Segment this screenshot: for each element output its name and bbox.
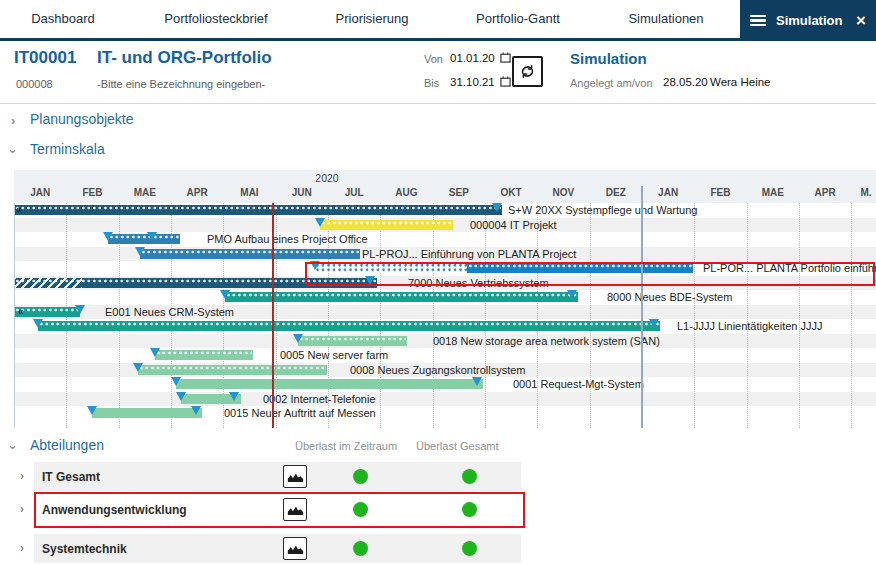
- bis-date-field[interactable]: 31.10.21: [450, 76, 495, 88]
- status-dot-zeitraum: [353, 541, 368, 556]
- continues-before-icon: «: [18, 307, 23, 317]
- status-dot-gesamt: [462, 541, 477, 556]
- gantt-bar-pl-por-planta-portfolio-einf-hren[interactable]: [315, 263, 467, 273]
- utilization-chart-button[interactable]: [283, 537, 307, 560]
- dept-row-anwendungsentwicklung[interactable]: Anwendungsentwicklung: [34, 495, 521, 524]
- continues-before-icon: «: [16, 205, 21, 215]
- gantt-plot-area: «S+W 20XX Systempflege und Wartung000004…: [14, 203, 876, 428]
- milestone-triangle-icon[interactable]: [176, 392, 186, 401]
- milestone-triangle-icon[interactable]: [133, 363, 143, 372]
- gantt-bar-pmo-aufbau-eines-project-office[interactable]: [108, 234, 180, 244]
- tab-simulation-active[interactable]: Simulation ×: [740, 0, 876, 41]
- gantt-bar-label: 000004 IT Projekt: [470, 219, 557, 231]
- year-label: 2020: [315, 172, 338, 184]
- month-gridline: [380, 203, 381, 428]
- section-terminskala[interactable]: › Terminskala: [0, 141, 400, 163]
- column-header-ueberlast-zeitraum: Überlast im Zeitraum: [295, 440, 397, 452]
- month-label-6: JUL: [345, 187, 364, 198]
- today-line: [272, 203, 274, 428]
- milestone-triangle-icon[interactable]: [150, 348, 160, 357]
- gantt-bar-0015-neuer-auftritt-auf-messen[interactable]: [92, 408, 202, 418]
- milestone-triangle-icon[interactable]: [293, 334, 303, 343]
- gantt-bar-label: PL-PROJ... Einführung von PLANTA Project: [362, 248, 576, 260]
- milestone-triangle-icon[interactable]: [75, 305, 85, 314]
- bis-label: Bis: [424, 77, 439, 89]
- gantt-bar-s-w-20xx-systempflege-und-wartung[interactable]: [14, 205, 502, 215]
- von-label: Von: [424, 53, 443, 65]
- utilization-chart-button[interactable]: [283, 465, 307, 488]
- dept-row-systemtechnik[interactable]: Systemtechnik: [34, 534, 521, 563]
- month-label-12: JAN: [658, 187, 678, 198]
- dept-name: Anwendungsentwicklung: [42, 503, 187, 517]
- milestone-triangle-icon[interactable]: [315, 218, 325, 227]
- gantt-left-edge: [14, 203, 15, 428]
- portfolio-id: IT00001: [14, 48, 76, 68]
- nav-tab-portfoliosteckbrief[interactable]: Portfoliosteckbrief: [164, 0, 267, 38]
- gantt-bar-label: 0002 Internet-Telefonie: [263, 393, 376, 405]
- milestone-triangle-icon[interactable]: [229, 392, 239, 401]
- milestone-triangle-icon[interactable]: [87, 406, 97, 415]
- chevron-down-icon[interactable]: ›: [6, 445, 21, 449]
- hatch-pattern: [14, 278, 82, 288]
- dept-name: Systemtechnik: [42, 542, 127, 556]
- gantt-bar-0008-neues-zugangskontrollsystem[interactable]: [138, 365, 327, 375]
- milestone-triangle-icon[interactable]: [191, 406, 201, 415]
- gantt-bar-label: 0001 Request-Mgt-System: [513, 378, 644, 390]
- dept-row-it-gesamt[interactable]: IT Gesamt: [34, 462, 521, 491]
- gantt-bar-0018-new-storage-area-network-system-san[interactable]: [298, 336, 407, 346]
- chevron-right-icon[interactable]: ›: [20, 541, 24, 555]
- chevron-right-icon[interactable]: ›: [20, 502, 24, 516]
- top-navigation: DashboardPortfoliosteckbriefPriorisierun…: [0, 0, 876, 38]
- nav-tab-portfolio-gantt[interactable]: Portfolio-Gantt: [476, 0, 560, 38]
- gantt-bar-e001-neues-crm-system[interactable]: [14, 307, 80, 317]
- milestone-triangle-icon[interactable]: [492, 203, 502, 212]
- month-label-13: FEB: [710, 187, 730, 198]
- milestone-triangle-icon[interactable]: [220, 290, 230, 299]
- gantt-bar-pl-por-planta-portfolio-einf-hren[interactable]: [467, 263, 693, 273]
- portfolio-title: IT- und ORG-Portfolio: [97, 48, 272, 68]
- status-dot-gesamt: [462, 469, 477, 484]
- nav-tab-dashboard[interactable]: Dashboard: [31, 0, 95, 38]
- milestone-triangle-icon[interactable]: [649, 319, 659, 328]
- gantt-bar-0001-request-mgt-system[interactable]: [176, 379, 483, 389]
- calendar-icon[interactable]: [500, 52, 511, 63]
- month-label-14: MAE: [762, 187, 784, 198]
- milestone-triangle-icon[interactable]: [147, 232, 157, 241]
- terminskala-gantt: 2020 JANFEBMAEAPRMAIJUNJULAUGSEPOKTNOVDE…: [0, 170, 876, 428]
- month-label-1: FEB: [82, 187, 102, 198]
- milestone-triangle-icon[interactable]: [567, 290, 577, 299]
- gantt-bar-label: 8000 Neues BDE-System: [607, 291, 732, 303]
- milestone-triangle-icon[interactable]: [171, 377, 181, 386]
- calendar-icon[interactable]: [500, 76, 511, 87]
- von-date-field[interactable]: 01.01.20: [450, 52, 495, 64]
- refresh-button[interactable]: [512, 56, 543, 87]
- gantt-bar-8000-neues-bde-system[interactable]: [225, 292, 578, 302]
- gantt-bar-0005-new-server-farm[interactable]: [155, 350, 253, 360]
- chevron-right-icon[interactable]: ›: [20, 469, 24, 483]
- chart-icon: [287, 471, 304, 483]
- month-gridline: [537, 203, 538, 428]
- month-gridline: [433, 203, 434, 428]
- gantt-bar-pl-proj-einf-hrung-von-planta-project[interactable]: [140, 249, 360, 259]
- gantt-bar-label: 0015 Neuer Auftritt auf Messen: [224, 407, 376, 419]
- milestone-triangle-icon[interactable]: [365, 276, 375, 285]
- gantt-bar-l1-jjjj-linient-tigkeiten-jjjj[interactable]: [38, 321, 660, 331]
- chevron-right-icon[interactable]: ›: [11, 113, 15, 128]
- nav-tab-priorisierung[interactable]: Priorisierung: [336, 0, 409, 38]
- section-planungsobjekte[interactable]: › Planungsobjekte: [0, 111, 400, 133]
- chevron-down-icon[interactable]: ›: [6, 149, 21, 153]
- portfolio-header: IT00001 000008 IT- und ORG-Portfolio -Bi…: [0, 41, 876, 104]
- hamburger-icon[interactable]: [750, 15, 766, 26]
- milestone-triangle-icon[interactable]: [33, 319, 43, 328]
- gantt-bar-000004-it-projekt[interactable]: [320, 220, 453, 230]
- milestone-triangle-icon[interactable]: [135, 247, 145, 256]
- month-label-3: APR: [187, 187, 208, 198]
- gantt-timescale-header: 2020 JANFEBMAEAPRMAIJUNJULAUGSEPOKTNOVDE…: [14, 170, 876, 203]
- utilization-chart-button[interactable]: [283, 498, 307, 521]
- milestone-triangle-icon[interactable]: [103, 232, 113, 241]
- close-icon[interactable]: ×: [856, 12, 866, 29]
- milestone-triangle-icon[interactable]: [310, 261, 320, 270]
- created-date: 28.05.20: [663, 76, 708, 88]
- nav-tab-simulationen[interactable]: Simulationen: [628, 0, 703, 38]
- milestone-triangle-icon[interactable]: [472, 377, 482, 386]
